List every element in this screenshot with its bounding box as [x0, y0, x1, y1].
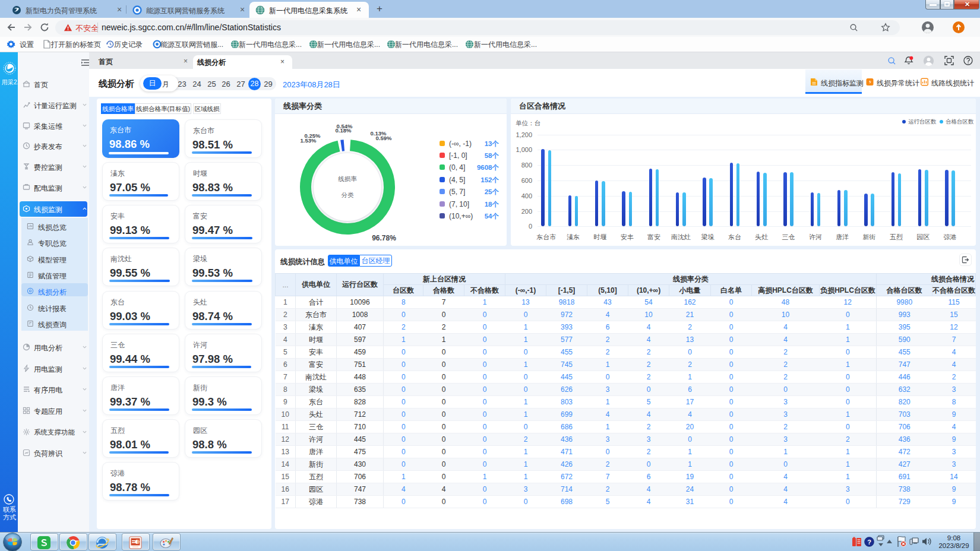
svg-text:?: ? — [867, 539, 871, 546]
